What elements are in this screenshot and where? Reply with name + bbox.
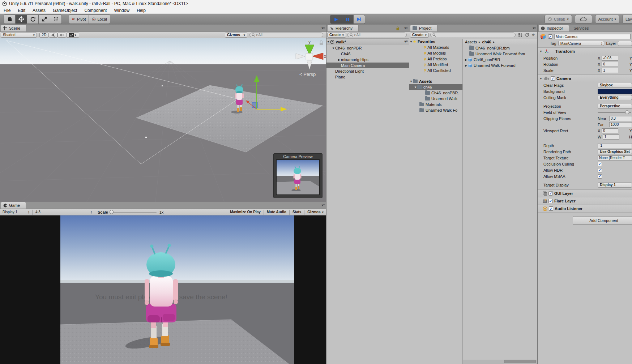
tab-game[interactable]: Game [1, 202, 26, 209]
camera-enabled-checkbox[interactable]: ✓ [551, 76, 555, 81]
camera-header[interactable]: ▼ ✓ Camera [538, 74, 632, 82]
active-checkbox[interactable]: ✓ [548, 34, 552, 39]
scale-tool-button[interactable] [39, 14, 50, 24]
tab-inspector[interactable]: Inspector [538, 25, 569, 31]
tab-project[interactable]: Project [410, 25, 437, 31]
viewport-x-field[interactable]: 0 [602, 128, 618, 133]
hierarchy-item-selected[interactable]: Main Camera [326, 63, 409, 68]
culling-mask-dropdown[interactable]: Everything [598, 95, 632, 100]
msaa-checkbox[interactable]: ✓ [598, 174, 602, 179]
plane-handle[interactable] [162, 85, 163, 86]
favorites-item[interactable]: ⚲All Conflicted [409, 68, 462, 73]
project-file[interactable]: ▶ Unarmed Walk Forward [463, 63, 537, 68]
breadcrumb-root[interactable]: Assets [465, 40, 477, 44]
target-texture-field[interactable]: None (Render T [598, 155, 632, 160]
pause-button[interactable] [342, 15, 354, 24]
scene-header-row[interactable]: ▼ walk* ▾≡ [326, 38, 409, 45]
hand-tool-button[interactable] [4, 14, 16, 24]
horizontal-scrollbar[interactable] [463, 360, 537, 364]
shading-mode-dropdown[interactable]: Shaded▾ [1, 33, 37, 38]
far-clip-field[interactable]: 1000 [609, 122, 632, 127]
foldout-down-icon[interactable]: ▼ [326, 40, 330, 43]
stats-button[interactable]: Stats [291, 210, 303, 215]
lock-icon[interactable] [396, 26, 400, 31]
hdr-checkbox[interactable]: ✓ [598, 168, 602, 172]
audio-listener-checkbox[interactable]: ✓ [549, 206, 553, 211]
transform-header[interactable]: ▼ Transform [538, 47, 632, 55]
add-component-button[interactable]: Add Component [573, 216, 632, 225]
foldout-right-icon[interactable]: ▶ [337, 58, 341, 61]
project-file[interactable]: ▶ Ch46_nonPBR [463, 57, 537, 63]
hierarchy-item[interactable]: Directional Light [326, 68, 409, 74]
gui-layer-checkbox[interactable]: ✓ [548, 191, 553, 196]
persp-mode-label[interactable]: < Persp [299, 72, 316, 77]
scene-lighting-toggle[interactable] [49, 33, 57, 38]
menu-window[interactable]: Window [110, 8, 133, 13]
menu-edit[interactable]: Edit [14, 8, 29, 13]
move-tool-button[interactable] [16, 14, 27, 24]
gui-layer-header[interactable]: ✓ GUI Layer [538, 189, 632, 197]
play-button[interactable] [330, 15, 342, 24]
menu-help[interactable]: Help [133, 8, 149, 13]
favorites-item[interactable]: ⚲All Prefabs [409, 56, 462, 62]
favorites-header[interactable]: ▼ ★ Favorites [409, 39, 462, 44]
project-tree-item[interactable]: Unarmed Walk [409, 96, 462, 102]
rotate-tool-button[interactable] [27, 14, 39, 24]
project-tree-item[interactable]: Unarmed Walk Fo [409, 107, 462, 113]
tab-services[interactable]: Services [569, 26, 593, 30]
search-by-type-icon[interactable] [517, 33, 524, 37]
menu-component[interactable]: Component [81, 8, 110, 13]
hierarchy-search-input[interactable]: ▾ All [347, 33, 407, 37]
hierarchy-item[interactable]: ▶ mixamorig:Hips [326, 57, 409, 63]
cloud-services-button[interactable] [575, 15, 592, 23]
mute-audio-button[interactable]: Mute Audio [265, 210, 288, 215]
layers-dropdown[interactable]: Layers [622, 15, 632, 23]
menu-file[interactable]: File [0, 8, 14, 13]
favorites-star-icon[interactable]: ★ [530, 33, 537, 37]
tab-hierarchy[interactable]: Hierarchy [327, 25, 359, 31]
flare-layer-checkbox[interactable]: ✓ [548, 199, 553, 203]
collab-button[interactable]: Collab ▾ [545, 15, 572, 23]
foldout-down-icon[interactable]: ▼ [409, 80, 413, 83]
breadcrumb-current[interactable]: ch46 [482, 40, 491, 44]
rect-tool-button[interactable] [50, 14, 62, 24]
layer-dropdown[interactable] [618, 41, 632, 46]
audio-listener-header[interactable]: ✓ Audio Listener [538, 205, 632, 212]
hierarchy-item[interactable]: Ch46 [326, 51, 409, 57]
project-tree-item-selected[interactable]: ▼ ch46 [409, 84, 462, 90]
panel-menu-icon[interactable]: ▾≡ [321, 203, 325, 207]
scale-x-field[interactable]: 1 [602, 68, 618, 73]
hierarchy-item[interactable]: ▼ Ch46_nonPBR [326, 45, 409, 51]
scene-gizmos-dropdown[interactable]: Gizmos▾ [225, 33, 247, 38]
clear-flags-dropdown[interactable]: Skybox [598, 83, 632, 88]
account-dropdown[interactable]: Account ▾ [595, 15, 619, 23]
projection-dropdown[interactable]: Perspective [598, 104, 632, 109]
game-display-dropdown[interactable]: Display 1 ▴▾ [1, 210, 31, 215]
near-clip-field[interactable]: 0.3 [609, 116, 632, 121]
2d-toggle-button[interactable]: 2D [39, 33, 49, 38]
depth-field[interactable]: -1 [598, 143, 632, 148]
panel-menu-icon[interactable]: ▾≡ [404, 26, 407, 30]
project-create-dropdown[interactable]: Create▾ [410, 33, 429, 38]
flare-layer-header[interactable]: ✓ Flare Layer [538, 197, 632, 205]
foldout-down-icon[interactable]: ▼ [409, 40, 413, 43]
game-gizmos-dropdown[interactable]: Gizmos▾ [306, 210, 325, 215]
project-tree-item[interactable]: Materials [409, 102, 462, 107]
menu-gameobject[interactable]: GameObject [49, 8, 81, 13]
search-by-label-icon[interactable] [524, 33, 530, 37]
local-toggle-button[interactable]: Local [89, 14, 110, 24]
scene-search-input[interactable]: ▾ All [249, 33, 323, 37]
game-scale-slider[interactable] [110, 212, 157, 213]
occlusion-checkbox[interactable]: ✓ [598, 162, 602, 166]
foldout-down-icon[interactable]: ▼ [414, 86, 417, 89]
tab-scene[interactable]: Scene [1, 25, 26, 31]
favorites-item[interactable]: ⚲All Models [409, 50, 462, 56]
favorites-item[interactable]: ⚲All Materials [409, 44, 462, 50]
panel-menu-icon[interactable]: ▾≡ [533, 26, 536, 30]
object-name-field[interactable]: Main Camera [554, 34, 631, 39]
hierarchy-create-dropdown[interactable]: Create▾ [327, 33, 346, 38]
hierarchy-item[interactable]: Plane [326, 74, 409, 80]
assets-root-row[interactable]: ▼ Assets [409, 78, 462, 84]
scene-menu-icon[interactable]: ▾≡ [404, 39, 407, 43]
target-display-dropdown[interactable]: Display 1 [598, 183, 632, 188]
